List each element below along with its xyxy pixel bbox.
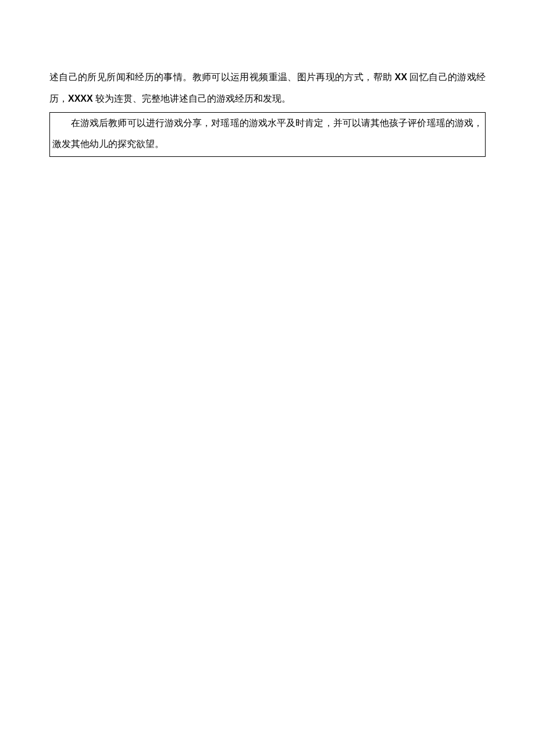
boxed-note: 在游戏后教师可以进行游戏分享，对瑶瑶的游戏水平及时肯定，并可以请其他孩子评价瑶瑶… bbox=[49, 112, 486, 157]
placeholder-xx: XX bbox=[395, 72, 407, 82]
text-segment-c: 较为连贯、完整地讲述自己的游戏经历和发现。 bbox=[93, 94, 291, 103]
boxed-note-text: 在游戏后教师可以进行游戏分享，对瑶瑶的游戏水平及时肯定，并可以请其他孩子评价瑶瑶… bbox=[52, 113, 483, 156]
paragraph-continuation: 述自己的所见所闻和经历的事情。教师可以运用视频重温、图片再现的方式，帮助 XX … bbox=[49, 67, 486, 110]
placeholder-xxxx: XXXX bbox=[68, 94, 93, 103]
text-segment-a: 述自己的所见所闻和经历的事情。教师可以运用视频重温、图片再现的方式，帮助 bbox=[49, 72, 395, 82]
